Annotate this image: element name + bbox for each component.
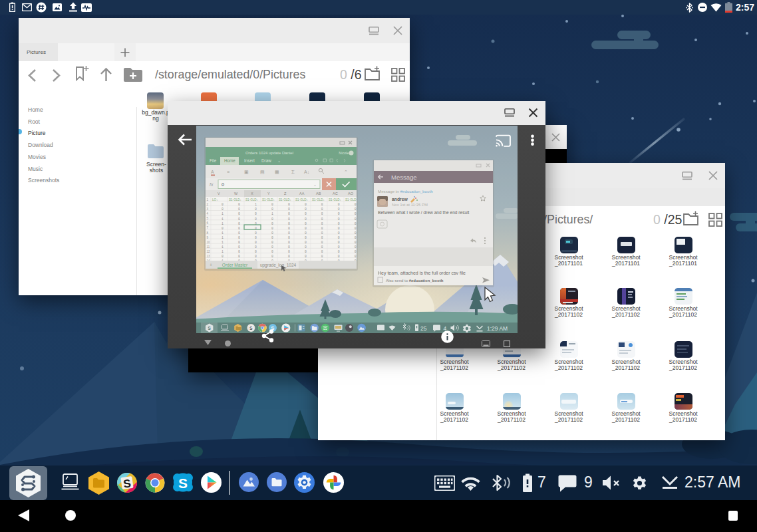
svg-text:S: S xyxy=(178,475,188,491)
